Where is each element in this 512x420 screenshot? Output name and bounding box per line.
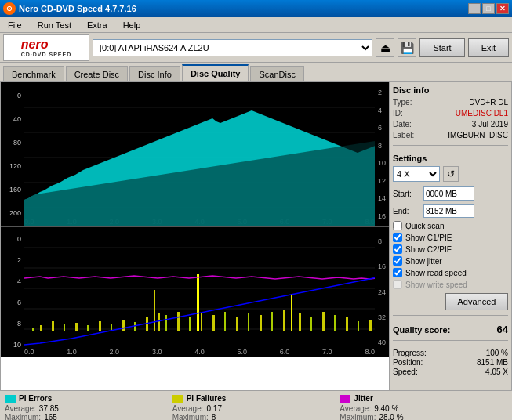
disc-id-val: UMEDISC DL1 — [456, 109, 508, 118]
show-c2-checkbox[interactable] — [393, 244, 402, 254]
svg-rect-27 — [189, 317, 191, 331]
jitter-label: Jitter — [354, 394, 372, 403]
svg-rect-26 — [177, 312, 180, 331]
divider-3 — [393, 340, 508, 341]
tab-create-disc[interactable]: Create Disc — [66, 66, 128, 81]
disc-id-row: ID: UMEDISC DL1 — [393, 109, 508, 118]
menu-run-test[interactable]: Run Test — [33, 19, 76, 31]
disc-type-key: Type: — [393, 98, 412, 107]
progress-value: 100 % — [486, 349, 508, 357]
tabs-bar: Benchmark Create Disc Disc Info Disc Qua… — [0, 63, 512, 81]
svg-rect-25 — [165, 315, 167, 331]
show-write-label: Show write speed — [405, 281, 467, 289]
pi-errors-label: PI Errors — [19, 394, 52, 403]
pi-failures-avg-label: Average: — [172, 404, 204, 413]
svg-rect-21 — [134, 322, 136, 331]
jitter-max-label: Maximum: — [340, 413, 376, 420]
titlebar-buttons: — □ ✕ — [468, 3, 509, 14]
svg-rect-38 — [299, 313, 301, 331]
maximize-button[interactable]: □ — [482, 3, 495, 14]
tab-disc-info[interactable]: Disc Info — [129, 66, 180, 81]
quick-scan-label: Quick scan — [405, 222, 444, 230]
pi-failures-max-val: 8 — [212, 413, 216, 420]
legend-pi-errors: PI Errors Average: 37.85 Maximum: 165 To… — [5, 394, 172, 420]
show-c1-row: Show C1/PIE — [393, 233, 508, 242]
show-jitter-checkbox[interactable] — [393, 256, 402, 266]
svg-rect-39 — [310, 317, 312, 331]
quick-scan-checkbox[interactable] — [393, 221, 402, 230]
legend-jitter: Jitter Average: 9.40 % Maximum: 28.0 % P… — [340, 394, 507, 420]
quality-score-label: Quality score: — [393, 325, 450, 335]
logo-subtitle: CD·DVD SPEED — [21, 52, 72, 57]
show-jitter-label: Show jitter — [405, 257, 442, 266]
exit-button[interactable]: Exit — [468, 38, 509, 57]
jitter-color-box — [340, 395, 350, 403]
svg-rect-37 — [291, 294, 292, 331]
position-label: Position: — [393, 358, 423, 367]
svg-rect-42 — [346, 317, 348, 331]
pi-errors-avg-label: Average: — [5, 404, 36, 413]
tab-benchmark[interactable]: Benchmark — [3, 66, 64, 81]
right-panel: Disc info Type: DVD+R DL ID: UMEDISC DL1… — [390, 82, 511, 390]
jitter-title: Jitter — [340, 394, 507, 403]
chart-pi-errors: 200 160 120 80 40 0 16 14 12 10 8 6 4 2 … — [1, 82, 389, 227]
save-icon-button[interactable]: 💾 — [398, 38, 416, 57]
speed-label: Speed: — [393, 368, 418, 376]
menu-extra[interactable]: Extra — [82, 19, 112, 31]
disc-info-label: Disc info — [393, 85, 508, 95]
svg-rect-31 — [224, 312, 226, 331]
disc-label-val: IMGBURN_DISC — [448, 131, 508, 139]
menu-help[interactable]: Help — [118, 19, 146, 31]
drive-selector[interactable]: [0:0] ATAPI iHAS624 A ZL2U — [93, 39, 372, 56]
jitter-avg: Average: 9.40 % — [340, 404, 507, 413]
y-axis-right-bottom: 40 32 24 16 8 — [375, 227, 389, 357]
progress-label: Progress: — [393, 349, 427, 357]
quick-scan-row: Quick scan — [393, 221, 508, 230]
end-input[interactable] — [423, 204, 474, 218]
tab-scan-disc[interactable]: ScanDisc — [250, 66, 303, 81]
pi-errors-max-val: 165 — [44, 413, 57, 420]
speed-row: 4 X ↺ — [393, 166, 508, 182]
refresh-button[interactable]: ↺ — [443, 166, 459, 182]
disc-date-key: Date: — [393, 120, 412, 129]
y-axis-left-bottom: 10 8 6 4 2 0 — [1, 227, 24, 357]
svg-rect-16 — [75, 323, 78, 331]
chart-pi-failures: 10 8 6 4 2 0 40 32 24 16 8 0.0 1.0 2.0 3… — [1, 227, 389, 357]
speed-selector[interactable]: 4 X — [393, 166, 440, 182]
svg-rect-22 — [146, 317, 148, 331]
show-c1-checkbox[interactable] — [393, 233, 402, 242]
show-read-checkbox[interactable] — [393, 268, 402, 277]
divider-1 — [393, 145, 508, 146]
svg-rect-15 — [64, 324, 65, 331]
close-button[interactable]: ✕ — [496, 3, 509, 14]
svg-rect-12 — [32, 328, 34, 331]
advanced-button[interactable]: Advanced — [445, 293, 508, 310]
jitter-avg-label: Average: — [340, 404, 371, 413]
disc-id-key: ID: — [393, 109, 403, 118]
svg-rect-35 — [271, 312, 273, 331]
pi-failures-avg-val: 0.17 — [207, 404, 222, 413]
menu-file[interactable]: File — [3, 19, 27, 31]
show-read-row: Show read speed — [393, 268, 508, 277]
eject-icon-button[interactable]: ⏏ — [376, 38, 394, 57]
main-content: 200 160 120 80 40 0 16 14 12 10 8 6 4 2 … — [0, 81, 512, 391]
charts-area: 200 160 120 80 40 0 16 14 12 10 8 6 4 2 … — [1, 82, 390, 390]
show-c2-row: Show C2/PIF — [393, 244, 508, 254]
start-label: Start: — [393, 190, 420, 198]
pi-errors-avg: Average: 37.85 — [5, 404, 172, 413]
tab-disc-quality[interactable]: Disc Quality — [182, 64, 249, 81]
pi-failures-label: PI Failures — [187, 394, 227, 403]
start-button[interactable]: Start — [419, 38, 464, 57]
pi-failures-title: PI Failures — [172, 394, 340, 403]
pi-failures-avg: Average: 0.17 — [172, 404, 340, 413]
progress-section: Progress: 100 % Position: 8151 MB Speed:… — [393, 349, 508, 377]
jitter-max-val: 28.0 % — [379, 413, 403, 420]
app-icon: ⊙ — [3, 2, 16, 15]
end-label: End: — [393, 207, 420, 215]
minimize-button[interactable]: — — [468, 3, 481, 14]
svg-rect-29 — [201, 313, 202, 331]
legend-area: PI Errors Average: 37.85 Maximum: 165 To… — [0, 391, 512, 420]
start-input[interactable] — [423, 186, 474, 201]
legend-pi-failures: PI Failures Average: 0.17 Maximum: 8 Tot… — [172, 394, 340, 420]
svg-rect-32 — [236, 317, 238, 331]
